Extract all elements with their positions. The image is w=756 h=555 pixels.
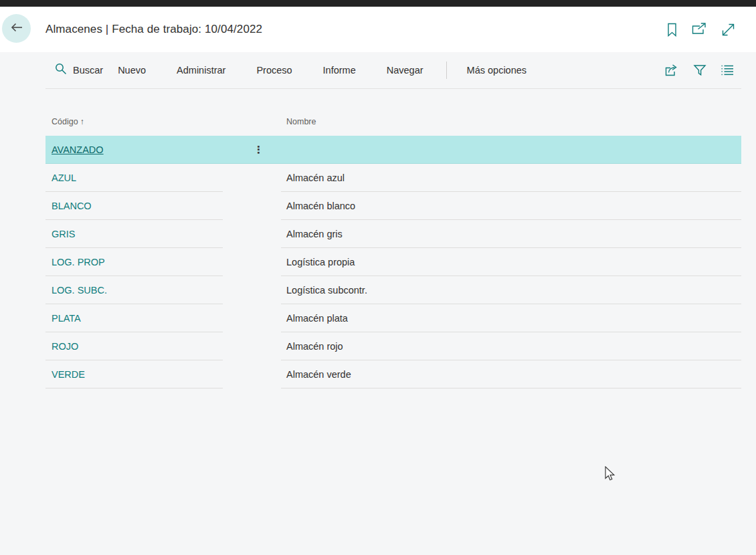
search-icon [55,63,67,78]
expand-icon[interactable] [721,23,735,37]
row-codigo[interactable]: ROJO [45,332,223,360]
row-codigo[interactable]: AVANZADO [45,136,223,163]
row-context-menu-icon[interactable]: ⋮ [223,136,281,163]
search-button[interactable]: Buscar [55,63,103,78]
row-codigo[interactable]: VERDE [45,360,223,388]
table-row[interactable]: AZUL Almacén azul [45,164,741,192]
window-top-bar [0,0,756,7]
filter-icon[interactable] [693,64,706,77]
list-table: Código↑ Nombre AVANZADO ⋮ AZUL Almacén a… [45,90,741,388]
row-nombre: Logística subcontr. [281,276,741,304]
table-row[interactable]: BLANCO Almacén blanco [45,192,741,220]
column-header-codigo[interactable]: Código [52,117,78,126]
row-nombre: Logística propia [281,248,741,276]
table-header-row: Código↑ Nombre [45,90,741,136]
row-context-menu-icon[interactable] [223,332,281,360]
row-context-menu-icon[interactable] [223,360,281,388]
sort-ascending-icon: ↑ [80,117,84,126]
row-nombre: Almacén rojo [281,332,741,360]
table-row[interactable]: GRIS Almacén gris [45,220,741,248]
row-nombre: Almacén verde [281,360,741,388]
row-context-menu-icon[interactable] [223,304,281,332]
more-options-button[interactable]: Más opciones [467,65,527,76]
row-codigo[interactable]: GRIS [45,220,223,248]
row-nombre: Almacén plata [281,304,741,332]
row-codigo[interactable]: AZUL [45,164,223,192]
menu-informe[interactable]: Informe [323,65,356,76]
share-icon[interactable] [664,64,679,77]
menu-nuevo[interactable]: Nuevo [118,65,146,76]
choose-view-icon[interactable] [721,64,734,76]
toolbar-divider [446,62,447,79]
table-row[interactable]: AVANZADO ⋮ [45,136,741,164]
row-context-menu-icon[interactable] [223,192,281,220]
menu-proceso[interactable]: Proceso [256,65,292,76]
table-row[interactable]: VERDE Almacén verde [45,360,741,388]
row-codigo[interactable]: PLATA [45,304,223,332]
cursor-pointer [604,466,616,485]
table-row[interactable]: LOG. SUBC. Logística subcontr. [45,276,741,304]
row-nombre: Almacén gris [281,220,741,248]
bookmark-icon[interactable] [667,23,677,37]
menu-navegar[interactable]: Navegar [387,65,423,76]
page-header: Almacenes | Fecha de trabajo: 10/04/2022 [0,7,756,52]
column-header-nombre[interactable]: Nombre [286,117,316,126]
menu-administrar[interactable]: Administrar [177,65,225,76]
table-row[interactable]: LOG. PROP Logística propia [45,248,741,276]
action-bar: Buscar Nuevo Administrar Proceso Informe… [0,52,756,90]
row-context-menu-icon[interactable] [223,164,281,192]
row-codigo[interactable]: BLANCO [45,192,223,220]
back-button[interactable] [2,14,31,43]
row-nombre: Almacén blanco [281,192,741,220]
row-context-menu-icon[interactable] [223,248,281,276]
search-button-label: Buscar [73,65,103,76]
table-row[interactable]: PLATA Almacén plata [45,304,741,332]
row-nombre: Almacén azul [281,164,741,192]
open-in-new-window-icon[interactable] [692,23,706,36]
row-codigo[interactable]: LOG. PROP [45,248,223,276]
row-nombre [281,136,741,163]
page-title: Almacenes | Fecha de trabajo: 10/04/2022 [45,7,262,52]
row-context-menu-icon[interactable] [223,220,281,248]
back-icon [9,20,24,37]
table-row[interactable]: ROJO Almacén rojo [45,332,741,360]
row-codigo[interactable]: LOG. SUBC. [45,276,223,304]
row-context-menu-icon[interactable] [223,276,281,304]
